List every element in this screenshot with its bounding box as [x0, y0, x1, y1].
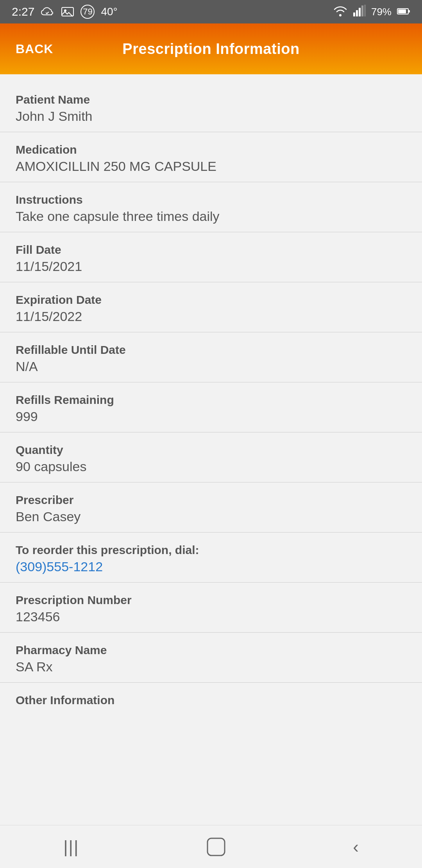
field-value-pharmacy-name: SA Rx: [16, 659, 406, 674]
field-label-reorder: To reorder this prescription, dial:: [16, 543, 406, 557]
field-row-refillable-until: Refillable Until DateN/A: [0, 332, 422, 382]
recent-apps-button[interactable]: |||: [63, 837, 79, 857]
field-label-prescription-number: Prescription Number: [16, 594, 406, 607]
svg-point-1: [64, 9, 66, 12]
svg-rect-3: [356, 10, 358, 16]
field-row-quantity: Quantity90 capsules: [0, 432, 422, 482]
battery-percent: 79%: [371, 6, 392, 18]
back-nav-button[interactable]: ‹: [353, 837, 359, 857]
status-right: 79%: [333, 5, 410, 19]
field-value-reorder[interactable]: (309)555-1212: [16, 559, 406, 574]
image-icon: [61, 6, 74, 17]
field-label-patient-name: Patient Name: [16, 93, 406, 106]
svg-rect-6: [364, 5, 366, 16]
field-label-medication: Medication: [16, 143, 406, 156]
field-row-refills-remaining: Refills Remaining999: [0, 382, 422, 432]
svg-rect-0: [62, 7, 73, 16]
svg-rect-4: [359, 8, 361, 16]
wifi-icon: [333, 5, 348, 19]
field-label-pharmacy-name: Pharmacy Name: [16, 644, 406, 657]
field-label-refillable-until: Refillable Until Date: [16, 343, 406, 357]
field-row-fill-date: Fill Date11/15/2021: [0, 232, 422, 282]
field-row-instructions: InstructionsTake one capsule three times…: [0, 182, 422, 232]
field-row-reorder: To reorder this prescription, dial:(309)…: [0, 533, 422, 583]
back-button[interactable]: BACK: [16, 42, 53, 56]
field-row-prescription-number: Prescription Number123456: [0, 583, 422, 633]
svg-rect-10: [207, 838, 225, 855]
status-bar: 2:27 79 40°: [0, 0, 422, 23]
field-row-expiration-date: Expiration Date11/15/2022: [0, 282, 422, 332]
field-value-refills-remaining: 999: [16, 409, 406, 424]
field-value-medication: AMOXICILLIN 250 MG CAPSULE: [16, 159, 406, 174]
battery-icon: [397, 6, 410, 18]
field-label-prescriber: Prescriber: [16, 493, 406, 507]
bottom-navigation: ||| ‹: [0, 825, 422, 868]
field-value-instructions: Take one capsule three times daily: [16, 209, 406, 224]
field-value-refillable-until: N/A: [16, 359, 406, 374]
field-value-expiration-date: 11/15/2022: [16, 309, 406, 324]
status-left: 2:27 79 40°: [12, 5, 118, 19]
field-row-pharmacy-name: Pharmacy NameSA Rx: [0, 633, 422, 683]
home-button[interactable]: [206, 837, 226, 857]
content-area: Patient NameJohn J SmithMedicationAMOXIC…: [0, 74, 422, 764]
field-row-other-info: Other Information: [0, 683, 422, 717]
field-label-other-info: Other Information: [16, 694, 406, 707]
field-label-expiration-date: Expiration Date: [16, 293, 406, 307]
status-time: 2:27: [12, 5, 34, 18]
temperature: 40°: [101, 5, 117, 18]
field-label-instructions: Instructions: [16, 193, 406, 206]
signal-icon: [353, 5, 366, 19]
field-label-quantity: Quantity: [16, 443, 406, 457]
svg-rect-9: [398, 9, 406, 13]
svg-rect-8: [408, 10, 410, 13]
field-value-patient-name: John J Smith: [16, 109, 406, 124]
field-value-quantity: 90 capsules: [16, 459, 406, 474]
field-row-prescriber: PrescriberBen Casey: [0, 482, 422, 533]
field-row-patient-name: Patient NameJohn J Smith: [0, 82, 422, 132]
page-title: Prescription Information: [122, 41, 299, 57]
field-row-medication: MedicationAMOXICILLIN 250 MG CAPSULE: [0, 132, 422, 182]
cloud-sync-icon: [41, 6, 55, 17]
field-label-refills-remaining: Refills Remaining: [16, 393, 406, 407]
field-label-fill-date: Fill Date: [16, 243, 406, 256]
field-value-fill-date: 11/15/2021: [16, 259, 406, 274]
notification-badge: 79: [80, 5, 95, 19]
svg-rect-5: [361, 5, 363, 16]
field-value-prescription-number: 123456: [16, 609, 406, 624]
svg-rect-2: [353, 13, 355, 16]
field-value-prescriber: Ben Casey: [16, 509, 406, 524]
header: BACK Prescription Information: [0, 23, 422, 74]
